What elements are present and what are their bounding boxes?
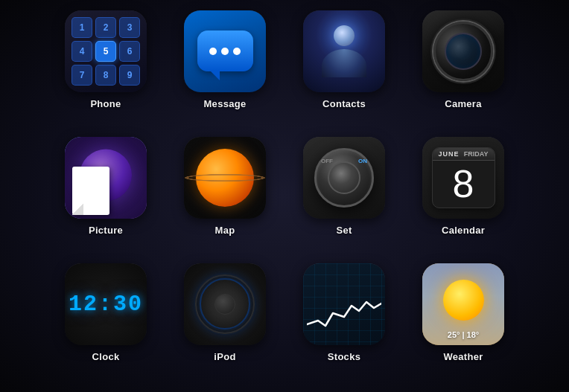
set-label: Set [336, 225, 352, 236]
message-label: Message [203, 98, 246, 109]
stocks-icon [303, 263, 385, 345]
stocks-label: Stocks [328, 351, 360, 362]
clock-label: Clock [92, 351, 120, 362]
map-icon [184, 137, 266, 219]
camera-label: Camera [445, 98, 482, 109]
app-item-clock[interactable]: 12:30 Clock [54, 263, 158, 382]
contacts-label: Contacts [322, 98, 366, 109]
app-grid: 1 2 3 4 5 6 7 8 9 Phone [46, 3, 523, 390]
app-item-message[interactable]: Message [173, 10, 277, 129]
app-item-weather[interactable]: 25° | 18° Weather [411, 263, 515, 382]
calendar-label: Calendar [442, 225, 485, 236]
clock-icon: 12:30 [65, 263, 147, 345]
phone-label: Phone [90, 98, 121, 109]
weather-label: Weather [443, 351, 483, 362]
app-item-ipod[interactable]: iPod [173, 263, 277, 382]
ipod-icon [184, 263, 266, 345]
phone-icon: 1 2 3 4 5 6 7 8 9 [65, 10, 147, 92]
picture-label: Picture [89, 225, 123, 236]
app-item-stocks[interactable]: Stocks [292, 263, 396, 382]
set-icon: OFF ON [303, 137, 385, 219]
app-item-map[interactable]: Map [173, 137, 277, 256]
app-item-calendar[interactable]: JUNE FRIDAY 8 Calendar [411, 137, 515, 256]
camera-icon [422, 10, 504, 92]
app-item-set[interactable]: OFF ON Set [292, 137, 396, 256]
message-icon [184, 10, 266, 92]
app-item-contacts[interactable]: Contacts [292, 10, 396, 129]
picture-icon [65, 137, 147, 219]
ipod-label: iPod [214, 351, 235, 362]
map-label: Map [215, 225, 235, 236]
app-item-phone[interactable]: 1 2 3 4 5 6 7 8 9 Phone [54, 10, 158, 129]
calendar-icon: JUNE FRIDAY 8 [422, 137, 504, 219]
app-item-picture[interactable]: Picture [54, 137, 158, 256]
app-item-camera[interactable]: Camera [411, 10, 515, 129]
weather-icon: 25° | 18° [422, 263, 504, 345]
contacts-icon [303, 10, 385, 92]
